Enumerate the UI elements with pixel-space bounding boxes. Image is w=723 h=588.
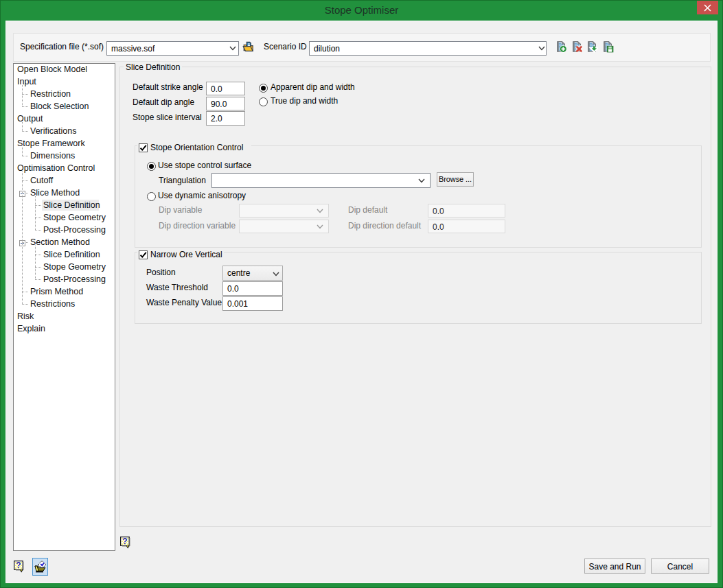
svg-text:?: ? (16, 561, 21, 570)
svg-text:?: ? (122, 537, 127, 546)
